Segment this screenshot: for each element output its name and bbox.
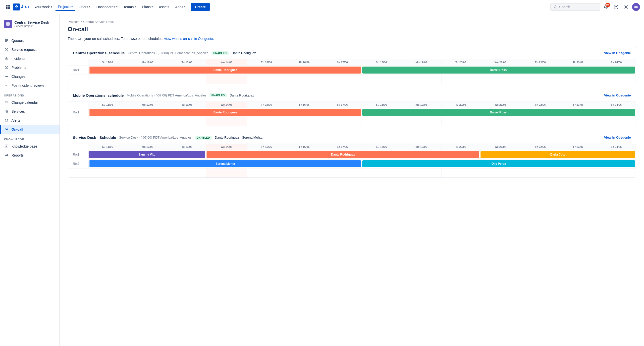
view-in-opsgenie-link[interactable]: View in Opsgenie bbox=[604, 51, 631, 55]
sidebar-item-service-requests[interactable]: Service requests bbox=[0, 45, 60, 54]
svg-rect-5 bbox=[9, 7, 10, 8]
timeline-col-header: Tu 20/06 bbox=[442, 101, 480, 108]
svg-rect-2 bbox=[9, 5, 10, 6]
rot-segment: Darla Cote bbox=[480, 150, 636, 159]
sidebar-item-queues[interactable]: Queues bbox=[0, 36, 60, 45]
opsgenie-browse-link[interactable]: view who is on-call in Opsgenie. bbox=[164, 37, 214, 41]
nav-filters[interactable]: Filters ▾ bbox=[76, 4, 93, 11]
service-requests-icon bbox=[4, 47, 9, 52]
svg-rect-4 bbox=[8, 7, 9, 8]
schedule-person: Dante Rodriguez bbox=[232, 51, 256, 55]
table-row bbox=[68, 168, 636, 178]
view-in-opsgenie-link[interactable]: View in Opsgenie bbox=[604, 136, 631, 139]
search-box[interactable] bbox=[550, 3, 600, 11]
table-row bbox=[68, 75, 636, 84]
timeline-col-header: Fr 23/06 bbox=[560, 144, 597, 150]
jira-logo[interactable]: Jira bbox=[13, 4, 29, 11]
nav-projects[interactable]: Projects ▾ bbox=[56, 3, 76, 11]
schedule-name: Mobile Operations_schedule bbox=[73, 93, 124, 97]
create-button[interactable]: Create bbox=[191, 3, 210, 11]
schedule-name: Central Operations_schedule bbox=[73, 51, 125, 55]
nav-teams[interactable]: Teams ▾ bbox=[121, 4, 138, 11]
notifications-button[interactable]: 9+ bbox=[602, 3, 610, 11]
schedule-card-central: Central Operations_scheduleCentral Opera… bbox=[68, 47, 636, 84]
avatar[interactable]: DR bbox=[632, 3, 640, 11]
sidebar-item-knowledge-base[interactable]: Knowledge base bbox=[0, 142, 60, 151]
search-input[interactable] bbox=[559, 5, 597, 9]
rot-segment: Darrel Rossi bbox=[362, 108, 636, 117]
svg-point-12 bbox=[616, 8, 616, 8]
settings-button[interactable] bbox=[622, 3, 630, 11]
timeline-col-header: Sa 24/06 bbox=[597, 101, 636, 108]
schedule-person: Dante Rodriguez bbox=[215, 136, 239, 139]
grid-button[interactable] bbox=[4, 3, 12, 11]
help-icon bbox=[614, 5, 618, 10]
nav-your-work[interactable]: Your work ▾ bbox=[32, 4, 54, 11]
svg-point-13 bbox=[625, 6, 627, 8]
schedule-meta: Service Desk · (-07:00) PDT America/Los_… bbox=[119, 136, 192, 139]
sidebar-item-changes[interactable]: Changes bbox=[0, 72, 60, 81]
chevron-down-icon: ▾ bbox=[89, 6, 90, 8]
svg-rect-17 bbox=[5, 41, 7, 42]
project-header[interactable]: Central Service Desk Service project bbox=[0, 18, 60, 32]
rot-bar: Serena Mehta bbox=[88, 160, 361, 167]
nav-assets[interactable]: Assets bbox=[156, 4, 172, 11]
nav-plans[interactable]: Plans ▾ bbox=[139, 4, 155, 11]
table-row: Rot1Dante RodriguezDarrel Rossi bbox=[68, 66, 636, 75]
timeline-col-header: We 21/06 bbox=[480, 59, 521, 66]
rot-segment: Olly Perez bbox=[362, 159, 636, 168]
svg-point-24 bbox=[7, 112, 8, 113]
svg-rect-7 bbox=[8, 8, 9, 9]
sidebar-item-post-incident[interactable]: Post-incident reviews bbox=[0, 81, 60, 90]
sidebar-item-change-calendar[interactable]: Change calendar bbox=[0, 98, 60, 107]
oncall-icon bbox=[4, 127, 9, 132]
project-icon bbox=[4, 20, 12, 28]
nav-dashboards[interactable]: Dashboards ▾ bbox=[94, 4, 120, 11]
sidebar-item-alerts[interactable]: Alerts bbox=[0, 116, 60, 125]
schedule-meta: Central Operations · (-07:00) PDT Americ… bbox=[128, 51, 208, 55]
services-icon bbox=[4, 109, 9, 114]
breadcrumb-projects[interactable]: Projects bbox=[68, 20, 80, 24]
timeline-col-header: Tu 13/06 bbox=[168, 101, 206, 108]
apps-grid-icon[interactable] bbox=[4, 3, 12, 11]
timeline-col-label bbox=[68, 59, 88, 66]
timeline-col-header: Fr 16/06 bbox=[286, 59, 323, 66]
schedule-status-badge: ENABLED bbox=[210, 93, 227, 97]
timeline-col-header: Su 18/06 bbox=[362, 144, 401, 150]
rot-bar: Dante Rodriguez bbox=[88, 67, 361, 74]
help-button[interactable] bbox=[612, 3, 620, 11]
alerts-icon bbox=[4, 118, 9, 123]
timeline-col-header: Mo 12/06 bbox=[127, 144, 168, 150]
sidebar-item-problems[interactable]: Problems bbox=[0, 63, 60, 72]
timeline-col-header: We 14/06 bbox=[206, 59, 247, 66]
rot-segment: Dante Rodriguez bbox=[88, 66, 362, 75]
timeline-col-header: Su 18/06 bbox=[362, 101, 401, 108]
search-icon bbox=[554, 5, 557, 9]
sidebar-item-on-call[interactable]: On-call bbox=[0, 125, 60, 134]
nav-apps[interactable]: Apps ▾ bbox=[173, 4, 188, 11]
timeline-container: Su 11/06Mo 12/06Tu 13/06We 14/06Th 15/06… bbox=[68, 144, 636, 178]
timeline-col-header: We 14/06 bbox=[206, 101, 247, 108]
view-in-opsgenie-link[interactable]: View in Opsgenie bbox=[604, 93, 631, 97]
timeline-col-header: Sa 24/06 bbox=[597, 144, 636, 150]
sidebar-item-incidents[interactable]: Incidents bbox=[0, 54, 60, 63]
timeline-col-header: Th 22/06 bbox=[521, 101, 560, 108]
breadcrumb-central-service-desk[interactable]: Central Service Desk bbox=[83, 20, 114, 24]
svg-rect-0 bbox=[6, 5, 7, 6]
rot-label: Rot1 bbox=[68, 150, 88, 159]
chevron-down-icon: ▾ bbox=[116, 6, 118, 8]
queues-icon bbox=[4, 38, 9, 43]
timeline-table: Su 11/06Mo 12/06Tu 13/06We 14/06Th 15/06… bbox=[68, 144, 636, 178]
svg-rect-16 bbox=[5, 40, 8, 41]
sidebar-item-services[interactable]: Services bbox=[0, 107, 60, 116]
timeline-table: Su 11/06Mo 12/06Tu 13/06We 14/06Th 15/06… bbox=[68, 59, 636, 84]
schedule-meta: Mobile Operations · (-07:00) PDT America… bbox=[127, 93, 206, 97]
rot-bar: Darrel Rossi bbox=[362, 67, 635, 74]
timeline-col-header: Su 11/06 bbox=[88, 101, 127, 108]
knowledge-section-label: KNOWLEDGE bbox=[0, 134, 60, 142]
calendar-icon bbox=[4, 100, 9, 105]
timeline-table: Su 11/06Mo 12/06Tu 13/06We 14/06Th 15/06… bbox=[68, 101, 636, 126]
sidebar-item-reports[interactable]: Reports bbox=[0, 151, 60, 160]
timeline-col-header: We 14/06 bbox=[206, 144, 247, 150]
table-row: Rot2Serena MehtaOlly Perez bbox=[68, 159, 636, 168]
